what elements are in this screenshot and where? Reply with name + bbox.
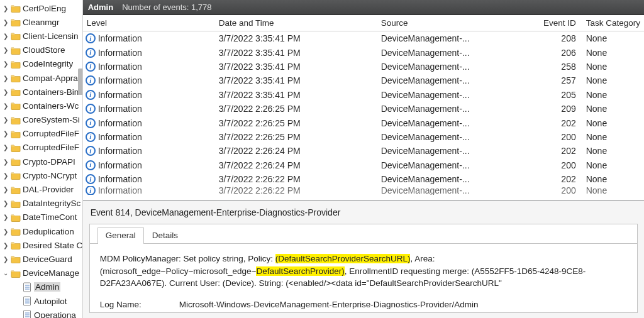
sidebar-item[interactable]: ❯DeviceGuard: [0, 252, 82, 266]
chevron-right-icon[interactable]: ❯: [1, 144, 10, 151]
chevron-right-icon[interactable]: ❯: [1, 242, 10, 249]
folder-icon: [10, 31, 21, 41]
sidebar-item[interactable]: Autopilot: [0, 294, 82, 308]
folder-icon: [10, 3, 21, 13]
sidebar-item[interactable]: ❯Desired State C: [0, 238, 82, 252]
info-icon: i: [86, 118, 96, 128]
info-icon: i: [86, 132, 96, 142]
chevron-right-icon[interactable]: ❯: [1, 75, 10, 82]
sidebar-item-label: DeviceGuard: [23, 255, 72, 264]
sidebar-item[interactable]: ❯DAL-Provider: [0, 182, 82, 196]
chevron-right-icon[interactable]: ❯: [1, 256, 10, 263]
pane-header-count: Number of events: 1,778: [122, 3, 211, 12]
chevron-right-icon[interactable]: ❯: [1, 172, 10, 179]
msg-highlight-policy: (DefaultSearchProviderSearchURL): [275, 254, 411, 263]
chevron-right-icon[interactable]: ❯: [1, 89, 10, 96]
cell-level: Information: [98, 62, 142, 72]
sidebar-item[interactable]: ❯CodeIntegrity: [0, 57, 82, 71]
table-row[interactable]: iInformation3/7/2022 2:26:25 PMDeviceMan…: [83, 130, 644, 144]
table-row[interactable]: iInformation3/7/2022 2:26:22 PMDeviceMan…: [83, 172, 644, 186]
sidebar-item[interactable]: Operationa: [0, 308, 82, 318]
table-row[interactable]: iInformation3/7/2022 2:26:25 PMDeviceMan…: [83, 102, 644, 116]
col-header-level[interactable]: Level: [83, 18, 215, 28]
col-header-eventid[interactable]: Event ID: [533, 18, 582, 28]
folder-icon: [10, 268, 21, 278]
chevron-right-icon[interactable]: ❯: [1, 102, 10, 109]
pane-header-name: Admin: [88, 3, 113, 12]
chevron-down-icon[interactable]: ⌄: [1, 270, 10, 277]
chevron-right-icon[interactable]: ❯: [1, 214, 10, 221]
sidebar-item[interactable]: ❯CoreSystem-Si: [0, 113, 82, 127]
cell-taskcat: None: [582, 33, 644, 43]
folder-icon: [10, 156, 21, 167]
table-row[interactable]: iInformation3/7/2022 3:35:41 PMDeviceMan…: [83, 31, 644, 45]
sidebar-item[interactable]: ❯Deduplication: [0, 224, 82, 238]
scrollbar-thumb[interactable]: [78, 69, 83, 95]
cell-taskcat: None: [582, 132, 644, 142]
table-row[interactable]: iInformation3/7/2022 2:26:25 PMDeviceMan…: [83, 116, 644, 129]
cell-taskcat: None: [582, 75, 644, 85]
sidebar-item[interactable]: ❯DataIntegritySc: [0, 197, 82, 211]
table-row[interactable]: iInformation3/7/2022 2:26:24 PMDeviceMan…: [83, 144, 644, 158]
tab-details[interactable]: Details: [144, 228, 186, 244]
msg-highlight-area: DefaultSearchProvider): [256, 266, 344, 276]
chevron-right-icon[interactable]: ❯: [1, 130, 10, 137]
sidebar-item[interactable]: ❯Cleanmgr: [0, 15, 82, 29]
sidebar-item[interactable]: ❯Compat-Appra: [0, 71, 82, 85]
cell-taskcat: None: [582, 62, 644, 72]
chevron-right-icon[interactable]: ❯: [1, 158, 10, 165]
chevron-right-icon[interactable]: ❯: [1, 5, 10, 12]
cell-taskcat: None: [582, 90, 644, 100]
cell-eventid: 200: [533, 160, 582, 170]
col-header-datetime[interactable]: Date and Time: [215, 18, 377, 28]
table-row[interactable]: iInformation3/7/2022 3:35:41 PMDeviceMan…: [83, 60, 644, 74]
msg-text: MDM PolicyManager: Set policy string, Po…: [100, 254, 275, 263]
sidebar-item[interactable]: ❯Client-Licensin: [0, 29, 82, 43]
folder-icon: [10, 73, 21, 83]
chevron-right-icon[interactable]: ❯: [1, 186, 10, 193]
sidebar-item[interactable]: ❯CorruptedFileF: [0, 141, 82, 155]
sidebar-item-label: Operationa: [34, 310, 76, 318]
cell-source: DeviceManagement-...: [377, 118, 533, 128]
table-row[interactable]: iInformation3/7/2022 2:26:24 PMDeviceMan…: [83, 158, 644, 172]
sidebar-item[interactable]: ❯Containers-Bin: [0, 85, 82, 99]
sidebar-item-label: Admin: [34, 282, 60, 292]
sidebar-item[interactable]: ❯Crypto-NCrypt: [0, 168, 82, 182]
sidebar-item-label: Autopilot: [34, 297, 67, 306]
folder-icon: [10, 87, 21, 97]
col-header-taskcat[interactable]: Task Category: [582, 18, 644, 28]
sidebar-item[interactable]: ❯DateTimeCont: [0, 211, 82, 224]
content-pane: Admin Number of events: 1,778 Level Date…: [83, 0, 644, 318]
sidebar-item[interactable]: ❯Crypto-DPAPI: [0, 155, 82, 168]
table-row[interactable]: iInformation3/7/2022 3:35:41 PMDeviceMan…: [83, 45, 644, 59]
detail-pane: Event 814, DeviceManagement-Enterprise-D…: [83, 200, 644, 318]
sidebar-item-label: Containers-Wc: [23, 101, 79, 111]
sidebar-item[interactable]: ❯Containers-Wc: [0, 99, 82, 112]
chevron-right-icon[interactable]: ❯: [1, 33, 10, 40]
sidebar-item[interactable]: ❯CloudStore: [0, 43, 82, 57]
chevron-right-icon[interactable]: ❯: [1, 116, 10, 123]
sidebar-item-label: Crypto-DPAPI: [23, 157, 75, 167]
sidebar-item[interactable]: ❯CorruptedFileF: [0, 127, 82, 141]
sidebar-item-label: Containers-Bin: [23, 87, 79, 97]
sidebar-item-selected[interactable]: Admin: [0, 280, 82, 294]
chevron-right-icon[interactable]: ❯: [1, 228, 10, 235]
sidebar-item-label: Compat-Appra: [23, 74, 78, 83]
cell-eventid: 258: [533, 62, 582, 72]
chevron-right-icon[interactable]: ❯: [1, 47, 10, 53]
folder-icon: [10, 212, 21, 222]
cell-level: Information: [98, 33, 142, 43]
table-row[interactable]: iInformation3/7/2022 3:35:41 PMDeviceMan…: [83, 74, 644, 87]
col-header-source[interactable]: Source: [377, 18, 533, 28]
grid-header-row: Level Date and Time Source Event ID Task…: [83, 15, 644, 31]
table-row[interactable]: iInformation3/7/2022 3:35:41 PMDeviceMan…: [83, 88, 644, 102]
chevron-right-icon[interactable]: ❯: [1, 19, 10, 26]
tab-general[interactable]: General: [97, 228, 144, 244]
sidebar-item[interactable]: ❯CertPolEng: [0, 1, 82, 15]
sidebar-item[interactable]: ⌄DeviceManage: [0, 266, 82, 280]
chevron-right-icon[interactable]: ❯: [1, 60, 10, 67]
cell-datetime: 3/7/2022 2:26:25 PM: [215, 104, 377, 114]
cell-level: Information: [98, 48, 142, 58]
chevron-right-icon[interactable]: ❯: [1, 200, 10, 207]
table-row[interactable]: iInformation3/7/2022 2:26:22 PMDeviceMan…: [83, 186, 644, 195]
